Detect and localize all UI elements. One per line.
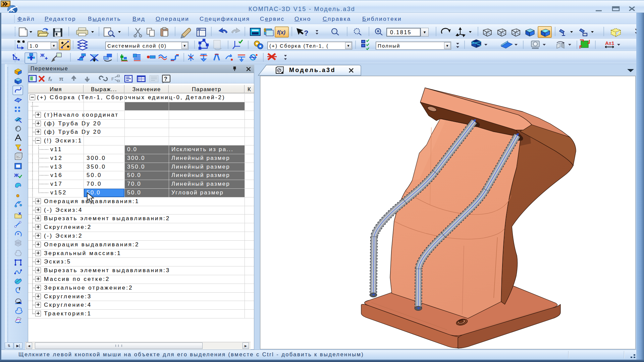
svg-text:Ж: Ж (40, 53, 45, 58)
svg-text:f: f (19, 286, 20, 291)
svg-text:?: ? (164, 76, 167, 82)
svg-text:Ж: Ж (14, 172, 19, 178)
svg-text:?: ? (264, 28, 266, 33)
svg-text:A±1: A±1 (605, 40, 614, 46)
svg-text:F: F (111, 76, 114, 81)
svg-text:fₓ: fₓ (48, 76, 52, 82)
svg-text:?: ? (304, 29, 308, 37)
svg-text:f(x): f(x) (277, 29, 285, 35)
svg-text:π: π (59, 76, 63, 82)
